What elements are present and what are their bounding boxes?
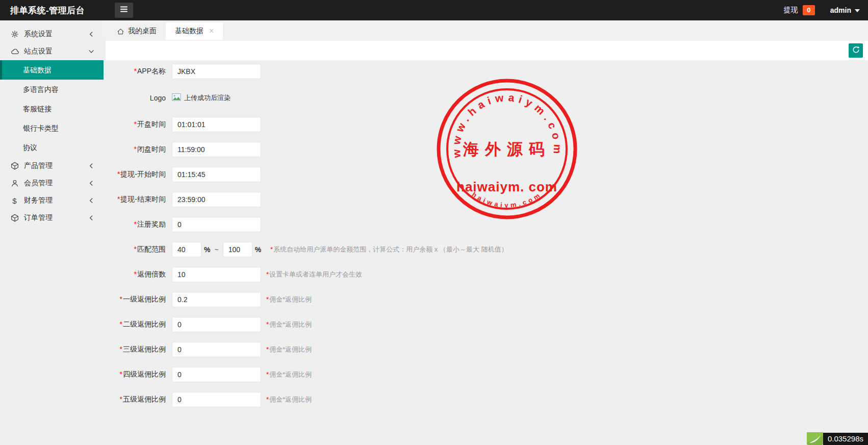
refresh-button[interactable] [849,43,863,58]
sidebar-item-label: 财务管理 [24,196,87,205]
field-label-text: 二级返佣比例 [123,320,166,328]
thinkphp-trace-icon[interactable] [807,432,823,445]
field-label-rebate-ratio-3: *三级返佣比例 [104,345,172,354]
field-label-text: 开盘时间 [137,120,166,128]
field-label-match-range: *匹配范围 [104,245,172,254]
sidebar-item-multilang-content[interactable]: 多语言内容 [0,80,104,99]
sidebar-item-label: 产品管理 [24,161,87,170]
tab-label: 我的桌面 [128,27,157,36]
app-name-input[interactable] [172,64,261,79]
form-row-app-name: *APP名称 [104,64,868,79]
main-content: 我的桌面 基础数据 × *APP名称Logo上传成功后渲染*开盘时间*闭盘时间*… [104,20,868,445]
sidebar-item-basic-data[interactable]: 基础数据 [0,60,104,80]
field-label-open-time: *开盘时间 [104,120,172,129]
sidebar-subitem-label: 协议 [23,143,37,152]
site-icon [10,47,19,56]
hint-text: 佣金*返佣比例 [269,395,312,403]
required-asterisk: * [134,67,137,75]
withdraw-label: 提现 [784,6,798,15]
sidebar-item-finance-mgmt[interactable]: $财务管理 [0,192,104,209]
hint-text: 佣金*返佣比例 [269,345,312,353]
field-label-register-reward: *注册奖励 [104,220,172,229]
rebate-ratio-2-input[interactable] [172,317,261,332]
required-asterisk: * [120,370,122,378]
field-label-app-name: *APP名称 [104,67,172,76]
sidebar: 系统设置站点设置基础数据多语言内容客服链接银行卡类型协议产品管理会员管理$财务管… [0,20,104,445]
required-asterisk: * [120,395,122,403]
form-row-close-time: *闭盘时间 [104,142,868,157]
required-asterisk: * [134,145,137,153]
field-label-text: 三级返佣比例 [123,345,166,353]
match-range-max-input[interactable] [223,242,252,257]
withdraw-menu-item[interactable]: 提现 0 [784,5,815,15]
field-label-rebate-multiple: *返佣倍数 [104,270,172,279]
tab-basic-data[interactable]: 基础数据 × [166,22,223,40]
home-icon [117,28,124,35]
field-label-withdraw-start-time: *提现-开始时间 [104,170,172,179]
sidebar-item-member-mgmt[interactable]: 会员管理 [0,175,104,192]
cube-icon [10,214,19,222]
sidebar-item-agreement[interactable]: 协议 [0,138,104,157]
sidebar-item-product-mgmt[interactable]: 产品管理 [0,157,104,175]
form-row-rebate-ratio-2: *二级返佣比例*佣金*返佣比例 [104,317,868,332]
field-label-text: 一级返佣比例 [123,295,166,303]
required-asterisk: * [134,120,137,128]
field-label-text: 闭盘时间 [137,145,166,153]
withdraw-end-time-input[interactable] [172,192,261,207]
hint-text: 佣金*返佣比例 [269,370,312,378]
rebate-ratio-5-input[interactable] [172,392,261,407]
field-label-text: 注册奖励 [137,220,166,228]
broken-image-icon [172,93,182,103]
sidebar-item-service-links[interactable]: 客服链接 [0,99,104,118]
open-time-input[interactable] [172,117,261,132]
gear-icon [10,30,19,39]
form-row-rebate-multiple: *返佣倍数*设置卡单或者连单用户才会生效 [104,267,868,282]
sidebar-item-label: 订单管理 [24,213,87,222]
field-hint-rebate-ratio-3: *佣金*返佣比例 [266,345,312,354]
hint-text: 佣金*返佣比例 [269,295,312,303]
form-row-rebate-ratio-1: *一级返佣比例*佣金*返佣比例 [104,292,868,307]
sidebar-item-site-settings[interactable]: 站点设置 [0,43,104,60]
field-label-text: 返佣倍数 [137,270,166,278]
exec-time-value: 0.035298s [823,433,868,445]
field-hint-rebate-multiple: *设置卡单或者连单用户才会生效 [266,270,362,279]
chevron-left-icon [87,30,95,38]
username: admin [830,6,851,14]
user-icon [10,179,19,188]
sidebar-item-system-settings[interactable]: 系统设置 [0,26,104,43]
required-asterisk: * [117,170,120,178]
sidebar-fold-button[interactable] [115,3,133,18]
sidebar-item-label: 站点设置 [24,47,87,56]
cube-icon [10,162,19,170]
required-asterisk: * [120,345,122,353]
field-label-text: 四级返佣比例 [123,370,166,378]
rebate-ratio-3-input[interactable] [172,342,261,357]
hint-text: 设置卡单或者连单用户才会生效 [269,270,362,278]
rebate-ratio-4-input[interactable] [172,367,261,382]
hint-asterisk: * [266,270,269,278]
sidebar-item-bankcard-types[interactable]: 银行卡类型 [0,118,104,138]
hint-text: 佣金*返佣比例 [269,320,312,328]
rebate-multiple-input[interactable] [172,267,261,282]
hint-asterisk: * [270,245,273,253]
range-separator: ~ [214,245,218,254]
form-row-rebate-ratio-5: *五级返佣比例*佣金*返佣比例 [104,392,868,407]
close-time-input[interactable] [172,142,261,157]
match-range-min-input[interactable] [172,242,201,257]
field-label-rebate-ratio-5: *五级返佣比例 [104,395,172,404]
caret-down-icon [855,9,860,12]
required-asterisk: * [117,195,120,203]
hamburger-icon [120,6,128,15]
sidebar-item-order-mgmt[interactable]: 订单管理 [0,209,104,227]
rebate-ratio-1-input[interactable] [172,292,261,307]
sidebar-subitem-label: 银行卡类型 [23,124,59,132]
user-menu[interactable]: admin [830,6,860,14]
register-reward-input[interactable] [172,217,261,232]
form-row-rebate-ratio-3: *三级返佣比例*佣金*返佣比例 [104,342,868,357]
tab-my-desktop[interactable]: 我的桌面 [108,22,166,40]
chevron-left-icon [87,196,95,205]
withdraw-start-time-input[interactable] [172,167,261,182]
dollar-icon: $ [10,196,19,205]
close-icon[interactable]: × [209,27,214,35]
chevron-left-icon [87,214,95,222]
